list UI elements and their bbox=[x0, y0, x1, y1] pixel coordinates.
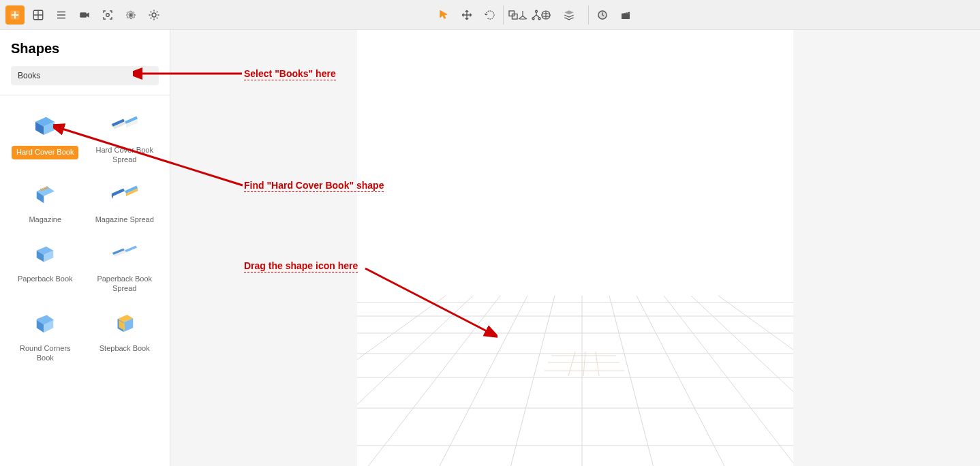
shape-label: Magazine bbox=[29, 215, 61, 225]
viewport-3d[interactable] bbox=[357, 30, 793, 466]
shape-grid: Hard Cover Book Hard Cover Book Spread bbox=[0, 95, 170, 373]
category-select[interactable]: Books bbox=[11, 66, 159, 85]
svg-line-52 bbox=[418, 296, 527, 466]
annotation-find-shape: Find "Hard Cover Book" shape bbox=[244, 180, 384, 191]
svg-line-66 bbox=[596, 352, 599, 376]
shape-label: Round Corners Book bbox=[11, 344, 79, 363]
svg-line-65 bbox=[583, 352, 585, 376]
shape-label: Magazine Spread bbox=[95, 215, 154, 225]
shape-paperback-book-spread[interactable]: Paperback Book Spread bbox=[85, 232, 165, 299]
book-spread-icon bbox=[108, 109, 141, 142]
svg-point-4 bbox=[129, 14, 132, 16]
shape-round-corners-book[interactable]: Round Corners Book bbox=[5, 302, 85, 369]
separator bbox=[588, 5, 589, 25]
brightness-icon[interactable] bbox=[144, 5, 164, 25]
svg-line-59 bbox=[691, 296, 793, 466]
cursor-tool[interactable] bbox=[434, 5, 453, 25]
round-book-icon bbox=[29, 307, 61, 340]
svg-line-53 bbox=[357, 296, 500, 466]
svg-rect-15 bbox=[622, 13, 630, 18]
layout-icon[interactable] bbox=[29, 5, 48, 25]
svg-line-54 bbox=[357, 296, 473, 466]
shape-label: Stepback Book bbox=[99, 344, 150, 354]
layers-icon[interactable] bbox=[560, 5, 579, 25]
shape-magazine-spread[interactable]: Magazine Spread bbox=[85, 173, 165, 230]
grid-floor bbox=[357, 275, 793, 466]
globe-icon[interactable] bbox=[536, 5, 555, 25]
paperback-spread-icon bbox=[108, 238, 141, 270]
svg-line-57 bbox=[637, 296, 746, 466]
svg-line-51 bbox=[500, 296, 555, 466]
stepback-book-icon bbox=[108, 307, 141, 340]
camera-icon[interactable] bbox=[75, 5, 94, 25]
ground-icon[interactable] bbox=[513, 5, 532, 25]
toolbar-group-anim bbox=[593, 5, 635, 25]
svg-rect-2 bbox=[80, 12, 87, 18]
shape-paperback-book[interactable]: Paperback Book bbox=[5, 232, 85, 299]
main: Shapes Books Hard Cover Book bbox=[0, 30, 980, 466]
add-button[interactable] bbox=[5, 5, 25, 25]
shape-label: Hard Cover Book bbox=[12, 146, 78, 159]
annotation-select-books: Select "Books" here bbox=[244, 68, 336, 79]
shape-label: Hard Cover Book Spread bbox=[91, 146, 159, 165]
shape-label: Paperback Book Spread bbox=[91, 275, 159, 294]
panel-title: Shapes bbox=[0, 38, 170, 66]
focus-icon[interactable] bbox=[98, 5, 117, 25]
magazine-spread-icon bbox=[108, 178, 141, 211]
shape-label: Paperback Book bbox=[18, 275, 73, 284]
shapes-panel: Shapes Books Hard Cover Book bbox=[0, 30, 170, 466]
clock-icon[interactable] bbox=[593, 5, 612, 25]
book-icon bbox=[29, 109, 61, 142]
svg-marker-34 bbox=[125, 246, 137, 253]
right-rail bbox=[793, 30, 980, 466]
svg-line-64 bbox=[568, 352, 575, 376]
move-tool[interactable] bbox=[457, 5, 476, 25]
toolbar bbox=[0, 0, 980, 30]
svg-line-55 bbox=[357, 296, 446, 466]
svg-marker-26 bbox=[112, 188, 125, 196]
left-gutter bbox=[170, 30, 357, 466]
svg-line-58 bbox=[664, 296, 793, 466]
shape-stepback-book[interactable]: Stepback Book bbox=[85, 302, 165, 369]
svg-point-5 bbox=[152, 13, 156, 17]
clapper-icon[interactable] bbox=[616, 5, 635, 25]
shape-hard-cover-book[interactable]: Hard Cover Book bbox=[5, 104, 85, 170]
shape-magazine[interactable]: MAG Magazine bbox=[5, 173, 85, 230]
list-icon[interactable] bbox=[52, 5, 71, 25]
paperback-icon bbox=[29, 238, 61, 270]
gear-icon[interactable] bbox=[121, 5, 140, 25]
shape-hard-cover-book-spread[interactable]: Hard Cover Book Spread bbox=[85, 104, 165, 170]
magazine-icon: MAG bbox=[29, 178, 61, 211]
svg-point-3 bbox=[106, 13, 110, 16]
toolbar-group-left bbox=[5, 5, 164, 25]
annotation-drag-here: Drag the shape icon here bbox=[244, 260, 358, 271]
separator bbox=[503, 5, 504, 25]
rotate-tool[interactable] bbox=[480, 5, 500, 25]
toolbar-group-scene bbox=[497, 5, 594, 25]
svg-line-56 bbox=[609, 296, 664, 466]
